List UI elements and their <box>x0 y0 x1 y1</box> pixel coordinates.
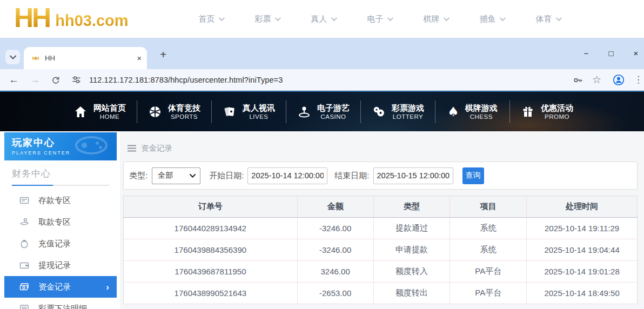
window-minimize-button[interactable]: − <box>574 44 599 62</box>
home-icon <box>73 105 88 119</box>
sidebar-item-recharge-records[interactable]: 充值记录 <box>4 233 117 254</box>
breadcrumb: 资金记录 <box>120 131 644 162</box>
cell-process-time: 2025-10-14 19:04:44 <box>527 239 638 261</box>
forward-button[interactable]: → <box>30 74 40 86</box>
end-date-label: 结束日期: <box>334 171 369 181</box>
tab-close-icon[interactable]: × <box>137 54 142 62</box>
logo-domain-text: hh03.com <box>55 6 128 35</box>
toolbar-right: ☆ ⋮ <box>561 73 644 86</box>
tab-title: HH <box>45 54 55 62</box>
window-maximize-button[interactable]: □ <box>599 44 623 62</box>
bookmark-star-icon[interactable]: ☆ <box>592 73 601 86</box>
main-nav-lottery[interactable]: 彩票游戏LOTTERY <box>361 103 435 120</box>
chevron-down-icon <box>218 15 224 21</box>
site-info-button[interactable] <box>71 75 82 85</box>
page-body: 玩家中心 PLAYERS CENTER 财务中心 存款专区 取款专区 <box>0 131 644 309</box>
screen: HH hh03.com 首页 彩票 真人 电子 棋牌 捕鱼 体育 HH HH ×… <box>0 0 644 309</box>
site-nav-live[interactable]: 真人 <box>295 0 351 38</box>
cell-amount: 3246.00 <box>297 261 373 283</box>
main-nav: 网站首页HOME 体育竞技SPORTS 真人视讯LIVES 电子游艺CASINO… <box>0 91 644 131</box>
new-tab-button[interactable]: + <box>156 47 171 62</box>
sports-ball-icon <box>148 105 162 119</box>
banknotes-icon <box>19 282 29 292</box>
tune-icon <box>71 75 82 85</box>
cell-order-number: 1760439687811950 <box>124 261 298 283</box>
sidebar-item-withdraw[interactable]: 取款专区 <box>4 211 117 233</box>
tab-strip: HH HH × + − □ × <box>0 38 644 69</box>
table-row: 1760440289134942 -3246.00 提款通过 系统 2025-1… <box>124 218 638 239</box>
url-bar[interactable]: 112.121.172.181:8783/hhcp/usercenter.htm… <box>89 76 283 84</box>
cell-project: 系统 <box>450 239 527 261</box>
cell-project: PA平台 <box>450 261 527 283</box>
browser-menu-icon[interactable]: ⋮ <box>634 74 643 85</box>
tab-search-button[interactable] <box>5 50 20 64</box>
reload-button[interactable] <box>51 75 61 85</box>
cell-project: PA平台 <box>450 283 527 304</box>
lottery-balls-icon <box>372 105 386 119</box>
sidebar-item-lottery-bet-details[interactable]: 彩票下注明细 <box>4 298 117 309</box>
type-label: 类型: <box>129 171 147 181</box>
sidebar-header: 玩家中心 PLAYERS CENTER <box>4 132 117 160</box>
sidebar-item-funds-records[interactable]: 资金记录 › <box>4 276 117 298</box>
cell-amount: -3246.00 <box>297 218 373 239</box>
main-nav-casino[interactable]: 电子游艺CASINO <box>286 103 360 120</box>
main-nav-home[interactable]: 网站首页HOME <box>63 103 137 120</box>
breadcrumb-label: 资金记录 <box>141 143 172 153</box>
cell-type: 额度转出 <box>373 283 450 304</box>
finance-center-label: 财务中心 <box>12 167 109 180</box>
table-row: 1760438990521643 -2653.00 额度转出 PA平台 2025… <box>124 283 638 304</box>
site-nav: 首页 彩票 真人 电子 棋牌 捕鱼 体育 <box>183 0 576 38</box>
start-date-input[interactable] <box>247 167 327 184</box>
col-amount: 金额 <box>297 196 373 218</box>
start-date-label: 开始日期: <box>209 171 244 181</box>
main-nav-sports[interactable]: 体育竞技SPORTS <box>137 103 211 120</box>
site-logo[interactable]: HH hh03.com <box>14 1 129 35</box>
content-area: 资金记录 类型: 全部 开始日期: 结束日期: 查询 订单号 <box>120 131 644 309</box>
cell-process-time: 2025-10-14 19:01:28 <box>527 261 638 283</box>
site-nav-home[interactable]: 首页 <box>183 0 239 38</box>
sidebar-menu: 存款专区 取款专区 充值记录 提现记录 <box>4 190 117 309</box>
sidebar-item-withdrawal-records[interactable]: 提现记录 <box>4 254 117 276</box>
chevron-down-icon <box>190 174 196 178</box>
table-body: 1760440289134942 -3246.00 提款通过 系统 2025-1… <box>124 218 638 304</box>
table-row: 1760439687811950 3246.00 额度转入 PA平台 2025-… <box>124 261 638 283</box>
profile-avatar-button[interactable] <box>612 73 625 86</box>
section-underline <box>12 185 109 186</box>
site-nav-chess[interactable]: 棋牌 <box>407 0 464 38</box>
browser-tab[interactable]: HH HH × <box>24 47 147 69</box>
browser-toolbar: ← → 112.121.172.181:8783/hhcp/usercenter… <box>0 69 644 91</box>
wallet-icon <box>19 260 29 270</box>
cell-process-time: 2025-10-14 19:11:29 <box>527 218 638 239</box>
cell-amount: -3246.00 <box>297 239 373 261</box>
chevron-down-icon <box>387 15 393 21</box>
col-type: 类型 <box>373 196 450 218</box>
site-nav-fishing[interactable]: 捕鱼 <box>464 0 520 38</box>
back-button[interactable]: ← <box>9 74 19 86</box>
window-close-button[interactable]: × <box>623 44 644 62</box>
reload-icon <box>51 75 61 85</box>
roulette-icon <box>297 105 311 119</box>
cell-type: 额度转入 <box>373 261 450 283</box>
funds-records-table: 订单号 金额 类型 项目 处理时间 1760440289134942 -3246… <box>123 196 638 304</box>
main-nav-lives[interactable]: 真人视讯LIVES <box>212 103 286 120</box>
cell-type: 提款通过 <box>373 218 450 239</box>
site-nav-lottery[interactable]: 彩票 <box>239 0 295 38</box>
search-button[interactable]: 查询 <box>462 167 484 184</box>
type-select[interactable]: 全部 <box>152 167 200 184</box>
type-select-value: 全部 <box>158 171 173 180</box>
main-nav-promo[interactable]: 优惠活动PROMO <box>510 103 584 120</box>
sidebar-item-deposit[interactable]: 存款专区 <box>4 190 117 211</box>
avatar-icon <box>612 73 625 86</box>
password-key-button[interactable] <box>572 74 583 85</box>
col-project: 项目 <box>450 196 527 218</box>
tab-favicon-hh: HH <box>31 53 40 63</box>
cell-project: 系统 <box>450 218 527 239</box>
table-row: 1760439884356390 -3246.00 申请提款 系统 2025-1… <box>124 239 638 261</box>
withdraw-hand-icon <box>19 217 29 227</box>
spade-icon: ♠ <box>447 105 459 119</box>
site-nav-sports[interactable]: 体育 <box>520 0 576 38</box>
main-nav-chess[interactable]: ♠ 棋牌游戏CHESS <box>435 103 509 120</box>
end-date-input[interactable] <box>373 167 453 184</box>
site-nav-slots[interactable]: 电子 <box>351 0 407 38</box>
filter-panel: 类型: 全部 开始日期: 结束日期: 查询 <box>123 162 638 190</box>
